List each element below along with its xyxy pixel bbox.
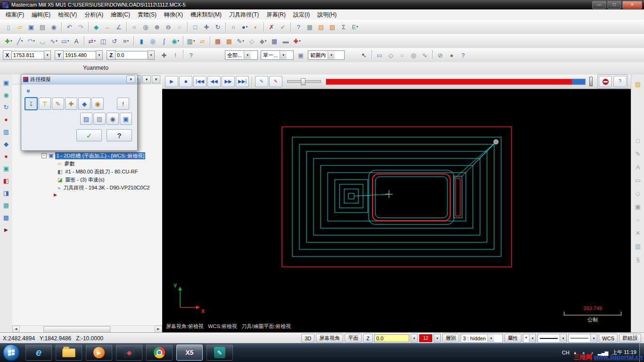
gview-rotate-icon[interactable]: ↻ [1, 102, 11, 112]
help-icon[interactable]: ? [293, 22, 304, 32]
dropdown-arrow-icon[interactable]: ▾ [246, 25, 248, 29]
combo-arrow-icon[interactable]: ▾ [529, 335, 536, 342]
right-tool-section-icon[interactable]: § [633, 254, 643, 264]
zoom-out-icon[interactable]: ⊖ [163, 22, 173, 32]
combo-arrow-icon[interactable]: ▾ [328, 51, 335, 59]
solid-boolean-icon[interactable]: ◉▾ [170, 36, 181, 46]
create-arc-icon[interactable]: ◠▾ [26, 36, 36, 46]
autocursor-gnomon-icon[interactable]: ✚ [159, 50, 169, 60]
dropdown-arrow-icon[interactable]: ▾ [356, 25, 358, 29]
combo-arrow-icon[interactable]: ▾ [244, 51, 251, 59]
hide-display-button[interactable]: ▨ [93, 113, 106, 125]
combo-arrow-icon[interactable]: ▾ [590, 335, 597, 342]
select-area-icon[interactable]: ◎ [408, 50, 419, 60]
analyze-distance-icon[interactable]: ↔ [102, 22, 113, 32]
summary-icon[interactable]: Σ [339, 22, 349, 32]
dialog-close-button[interactable]: ✕ [126, 75, 135, 83]
create-spline-icon[interactable]: ∿▾ [49, 36, 59, 46]
toolpath-contour-icon[interactable]: ▱ [197, 36, 207, 46]
select-polygon-icon[interactable]: ◇ [386, 50, 396, 60]
dropdown-arrow-icon[interactable]: ▾ [33, 39, 35, 43]
coordinate-input[interactable]: 1753.811 [12, 51, 44, 59]
material-icon[interactable]: ▨ [327, 22, 338, 32]
language-indicator[interactable]: CH [562, 350, 570, 355]
linewidth-combo[interactable]: ▾ [568, 334, 597, 343]
right-tool-select-icon[interactable]: □ [633, 135, 643, 146]
menu-item[interactable]: 編輯(E) [28, 9, 54, 20]
groups-button[interactable]: 群組設 [619, 334, 641, 343]
combo-arrow-icon[interactable]: ▾ [560, 335, 566, 342]
details-button[interactable]: ! [117, 98, 129, 110]
delete-entity-icon[interactable]: ✗ [266, 22, 277, 32]
plane-grid-icon[interactable]: ▦ [1, 200, 11, 210]
start-button[interactable] [3, 344, 20, 361]
chain-options-icon[interactable]: ▣ [296, 50, 306, 60]
panel-dropdown-button[interactable]: ▾ [142, 75, 151, 83]
open-file-icon[interactable]: ▱ [15, 22, 25, 32]
coordinate-dropdown[interactable]: ▾ [96, 50, 103, 60]
zoom-target-icon[interactable]: ◎ [140, 22, 151, 32]
show-tool-button[interactable]: ↧ [25, 97, 38, 110]
save-icon[interactable]: ▣ [26, 22, 36, 32]
xform-mirror-icon[interactable]: ◫ [98, 36, 108, 46]
tree-item-tool[interactable]: ◧ #1 - M80.00 面銑刀 - 80.CU-RF [12, 168, 162, 176]
panel-horizontal-scrollbar[interactable]: ◀ ▶ [12, 325, 162, 332]
dropdown-arrow-icon[interactable]: ▾ [56, 39, 58, 43]
coordinate-label[interactable]: Y [55, 50, 64, 60]
create-text-icon[interactable]: A [71, 36, 82, 46]
right-tool-delete-icon[interactable]: ✕ [633, 228, 643, 238]
menu-item[interactable]: 轉換(X) [160, 9, 187, 20]
analyze-entity-icon[interactable]: ◆ [91, 22, 101, 32]
gview-front-icon[interactable]: ◉ [1, 90, 11, 100]
save-geometry-button[interactable]: ▣ [120, 113, 132, 125]
menu-item[interactable]: 設定(I) [289, 9, 314, 20]
create-point-icon[interactable]: ✚▾ [3, 36, 14, 46]
mru-function-icon[interactable]: ▨ [633, 79, 643, 89]
speed-slider[interactable] [287, 80, 321, 83]
fit-screen-icon[interactable]: □ [190, 22, 200, 32]
dialog-title-bar[interactable]: 路徑模擬 ✕ [21, 74, 137, 84]
toggle-trace-button[interactable]: ✎ [269, 76, 282, 87]
plane-side-icon[interactable]: ◨ [1, 188, 11, 198]
right-tool-text-icon[interactable]: A [633, 162, 643, 172]
xform-translate-icon[interactable]: ⇄▾ [87, 36, 97, 46]
toggle-display-button[interactable]: ✎ [255, 76, 268, 87]
print-icon[interactable]: ▤ [37, 22, 48, 32]
selection-all-combo[interactable]: 全部... ▾ [225, 50, 258, 60]
selection-single-combo[interactable]: 單一... ▾ [261, 50, 294, 60]
dropdown-arrow-icon[interactable]: ▾ [67, 39, 69, 43]
menu-item[interactable]: 繪圖(C) [107, 9, 134, 20]
new-file-icon[interactable]: ▯ [3, 22, 14, 32]
dropdown-arrow-icon[interactable]: ▾ [10, 39, 12, 43]
solid-revolve-icon[interactable]: ◎ [148, 36, 158, 46]
select-last-icon[interactable]: ● [446, 50, 457, 60]
level-combo[interactable]: 3 : hidden ▾ [461, 334, 503, 343]
taskbar-chrome-button[interactable] [146, 345, 173, 361]
tree-item-operation[interactable]: − ▣ 1 - 2D挖槽 (平面加工) - [WCS: 俯檢視] [12, 152, 162, 160]
analyze-angle-icon[interactable]: ∠ [114, 22, 124, 32]
show-holder-button[interactable]: ⊤ [39, 98, 51, 110]
grid-icon[interactable]: ▦ [305, 22, 315, 32]
wireframe-icon[interactable]: ○ [228, 22, 239, 32]
insert-position-arrow[interactable]: ► [12, 192, 162, 198]
combo-arrow-icon[interactable]: ▾ [280, 51, 287, 59]
go-start-button[interactable]: |◀◀ [193, 76, 206, 87]
coordinate-input[interactable]: 1915.480 [64, 51, 96, 59]
fade-display-button[interactable]: ▨ [80, 113, 92, 125]
menu-item[interactable]: 檢視(V) [54, 9, 81, 20]
pan-icon[interactable]: ✚ [201, 22, 212, 32]
step-back-button[interactable]: ◀◀ [207, 76, 221, 87]
machine-type-icon[interactable]: ▥▾ [186, 36, 196, 46]
go-end-button[interactable]: ▶▶| [236, 76, 249, 87]
blank-entity-icon[interactable]: ◆▾ [258, 36, 268, 46]
ok-button[interactable]: ✓ [76, 129, 102, 141]
menu-item[interactable]: 分析(A) [81, 9, 107, 20]
right-tool-cube-icon[interactable]: ▣ [633, 201, 643, 212]
create-line-icon[interactable]: ╱▾ [15, 36, 25, 46]
linetype-combo[interactable]: ▾ [537, 334, 567, 343]
show-rapid-button[interactable]: ✎ [52, 98, 64, 110]
solid-sweep-icon[interactable]: ∫ [159, 36, 169, 46]
scroll-right-icon[interactable]: ▶ [155, 326, 162, 333]
rotate-view-icon[interactable]: ◐ [251, 22, 261, 32]
gview-cylinder-icon[interactable]: ▥ [1, 126, 11, 137]
